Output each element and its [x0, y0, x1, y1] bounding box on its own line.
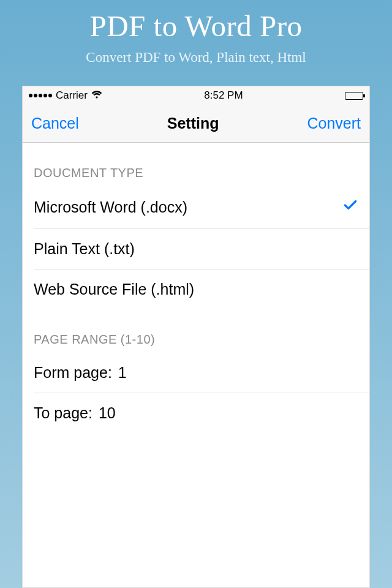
hero-title: PDF to Word Pro	[0, 9, 392, 43]
nav-title: Setting	[167, 115, 219, 132]
hero-banner: PDF to Word Pro Convert PDF to Word, Pla…	[0, 0, 392, 66]
doc-type-option-html[interactable]: Web Source File (.html)	[23, 270, 369, 309]
battery-icon	[345, 92, 363, 100]
section-header-document-type: DOUCMENT TYPE	[23, 143, 369, 186]
doc-type-option-txt[interactable]: Plain Text (.txt)	[23, 229, 369, 269]
to-page-row[interactable]: To page: 10	[23, 393, 369, 433]
status-bar: Carrier 8:52 PM	[23, 86, 369, 105]
phone-frame: Carrier 8:52 PM Cancel Setting Convert D…	[22, 86, 370, 588]
doc-type-option-label: Microsoft Word (.docx)	[34, 198, 187, 216]
doc-type-option-label: Web Source File (.html)	[34, 281, 194, 298]
cancel-button[interactable]: Cancel	[31, 115, 79, 132]
to-page-label: To page:	[34, 404, 92, 422]
convert-button[interactable]: Convert	[307, 115, 361, 132]
from-page-row[interactable]: Form page: 1	[23, 353, 369, 393]
doc-type-option-docx[interactable]: Microsoft Word (.docx)	[23, 186, 369, 228]
settings-content: DOUCMENT TYPE Microsoft Word (.docx) Pla…	[23, 143, 369, 587]
doc-type-option-label: Plain Text (.txt)	[34, 240, 135, 258]
section-header-page-range: PAGE RANGE (1-10)	[23, 309, 369, 353]
signal-dots-icon	[29, 94, 52, 97]
nav-bar: Cancel Setting Convert	[23, 105, 369, 143]
wifi-icon	[91, 90, 102, 101]
from-page-value[interactable]: 1	[118, 364, 127, 382]
to-page-value[interactable]: 10	[99, 404, 116, 422]
hero-subtitle: Convert PDF to Word, Plain text, Html	[0, 50, 392, 66]
carrier-label: Carrier	[56, 89, 88, 102]
from-page-label: Form page:	[34, 364, 112, 382]
status-time: 8:52 PM	[204, 89, 243, 102]
checkmark-icon	[342, 197, 358, 217]
